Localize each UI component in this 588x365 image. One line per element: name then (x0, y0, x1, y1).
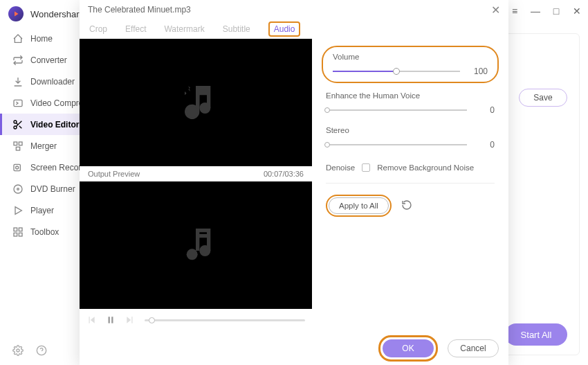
modal-footer: OK Cancel (80, 332, 508, 365)
stereo-value: 0 (478, 140, 495, 150)
denoise-checkbox[interactable] (362, 163, 370, 172)
modal-close-icon[interactable]: ✕ (491, 3, 500, 17)
output-preview (80, 181, 312, 309)
svg-point-15 (17, 349, 19, 352)
edit-modal: The Celebrated Minuet.mp3 ✕ Crop Effect … (80, 0, 508, 365)
preview-column: Output Preview 00:07/03:36 (80, 39, 312, 332)
svg-rect-12 (19, 228, 22, 231)
svg-rect-22 (111, 317, 113, 323)
prev-frame-icon[interactable] (86, 315, 96, 325)
preview-time: 00:07/03:36 (264, 170, 304, 178)
enhance-label: Enhance the Human Voice (326, 91, 495, 100)
volume-value: 100 (471, 66, 488, 76)
ok-button[interactable]: OK (383, 339, 434, 357)
cancel-button[interactable]: Cancel (448, 339, 499, 357)
sidebar-item-label: Toolbox (30, 227, 59, 237)
svg-marker-10 (15, 206, 21, 214)
start-all-button[interactable]: Start All (505, 323, 567, 346)
output-preview-label: Output Preview (88, 170, 140, 178)
sidebar-item-label: Player (30, 206, 54, 215)
menu-icon[interactable]: ≡ (509, 6, 520, 17)
sidebar-item-label: DVD Burner (30, 184, 75, 194)
svg-rect-14 (19, 233, 22, 236)
reset-icon[interactable] (401, 199, 412, 213)
stereo-slider[interactable] (326, 144, 467, 145)
volume-slider[interactable] (333, 71, 460, 72)
close-icon[interactable]: ✕ (571, 6, 582, 17)
svg-rect-21 (109, 317, 110, 323)
sidebar-item-label: Converter (30, 55, 67, 65)
save-button[interactable]: Save (519, 89, 567, 107)
modal-tabs: Crop Effect Watermark Subtitle Audio (80, 19, 508, 39)
enhance-slider[interactable] (326, 109, 467, 111)
disc-icon (12, 184, 24, 195)
modal-title: The Celebrated Minuet.mp3 (88, 5, 191, 15)
denoise-checkbox-label: Remove Background Noise (377, 163, 474, 172)
modal-header: The Celebrated Minuet.mp3 ✕ (80, 0, 508, 19)
stereo-label: Stereo (326, 126, 495, 134)
sidebar-item-label: Home (30, 34, 53, 44)
app-title: Wondershare (30, 9, 84, 19)
svg-point-2 (14, 126, 17, 129)
music-note-icon (174, 80, 218, 125)
tab-audio[interactable]: Audio (268, 21, 301, 37)
record-icon (12, 162, 24, 173)
grid-icon (12, 226, 24, 238)
apply-to-all-button[interactable]: Apply to All (329, 197, 389, 214)
window-controls: ≡ — □ ✕ (509, 6, 582, 17)
svg-point-1 (14, 121, 17, 123)
volume-label: Volume (333, 53, 488, 61)
svg-rect-11 (14, 228, 17, 231)
player-bar (80, 309, 312, 332)
playback-slider[interactable] (145, 319, 305, 321)
compress-icon (12, 98, 24, 109)
download-icon (12, 76, 24, 87)
sidebar-item-label: Video Editor (30, 120, 79, 130)
home-icon (12, 33, 24, 44)
sidebar-bottom (12, 345, 47, 358)
audio-controls: Volume 100 Enhance the Human Voice 0 St (312, 39, 508, 332)
merge-icon (12, 141, 24, 152)
minimize-icon[interactable]: — (530, 6, 541, 17)
svg-point-8 (14, 185, 22, 193)
denoise-label: Denoise (326, 163, 355, 172)
music-note-icon (174, 223, 218, 267)
preview-label-row: Output Preview 00:07/03:36 (80, 166, 312, 181)
svg-rect-6 (14, 164, 20, 170)
help-icon[interactable] (36, 345, 47, 358)
tab-effect[interactable]: Effect (125, 21, 146, 37)
sidebar-item-label: Downloader (30, 77, 75, 87)
divider (326, 183, 495, 184)
tab-crop[interactable]: Crop (89, 21, 107, 37)
play-icon (12, 205, 24, 216)
tab-watermark[interactable]: Watermark (164, 21, 204, 37)
svg-rect-5 (16, 147, 19, 150)
app-logo (8, 6, 24, 21)
scissors-icon (12, 119, 24, 130)
svg-rect-4 (19, 142, 22, 145)
tab-subtitle[interactable]: Subtitle (223, 21, 250, 37)
sidebar-item-label: Merger (30, 141, 57, 151)
svg-rect-13 (14, 233, 17, 236)
settings-icon[interactable] (12, 345, 24, 358)
next-frame-icon[interactable] (125, 315, 135, 325)
converter-icon (12, 55, 24, 66)
enhance-value: 0 (478, 105, 495, 115)
svg-point-7 (16, 166, 19, 169)
original-preview (80, 39, 312, 166)
svg-point-9 (17, 188, 19, 190)
pause-icon[interactable] (106, 315, 116, 325)
svg-rect-3 (14, 142, 17, 145)
maximize-icon[interactable]: □ (551, 6, 562, 17)
